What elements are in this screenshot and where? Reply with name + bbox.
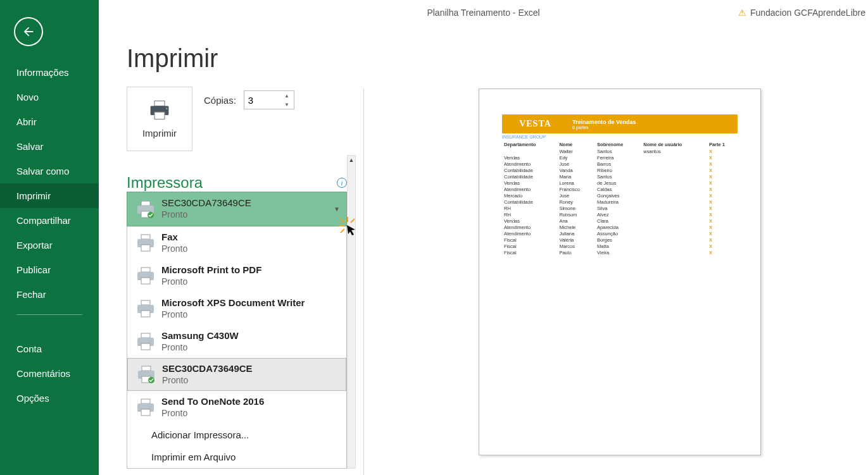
printer-status: Pronto [161,309,305,321]
back-button[interactable] [14,17,43,46]
printer-icon [132,266,159,285]
svg-line-11 [351,219,355,223]
svg-point-3 [166,108,167,109]
backstage-sidebar: InformaçõesNovoAbrirSalvarSalvar comoImp… [0,0,99,475]
printer-icon [132,398,159,417]
nav-imprimir[interactable]: Imprimir [0,183,99,208]
printer-status: Pronto [162,375,253,386]
printer-dropdown-list: FaxProntoMicrosoft Print to PDFProntoMic… [127,226,347,469]
svg-rect-22 [141,333,150,338]
preview-brand: VESTA [502,114,569,133]
svg-line-12 [341,229,344,233]
nav-salvar-como[interactable]: Salvar como [0,159,99,183]
svg-rect-31 [141,409,150,416]
arrow-left-icon [22,25,35,39]
svg-rect-24 [141,343,150,350]
nav-opções[interactable]: Opções [0,386,99,410]
printer-name: Send To OneNote 2016 [161,396,264,408]
printer-option[interactable]: FaxPronto [127,226,346,259]
svg-rect-4 [141,201,150,206]
svg-rect-15 [141,245,150,251]
page-title: Imprimir [127,44,356,73]
scroll-up-icon[interactable]: ▲ [348,156,355,164]
printer-icon [132,233,159,252]
selected-printer-status: Pronto [161,209,251,221]
printer-info-icon[interactable]: i [337,178,347,188]
svg-rect-21 [141,311,150,317]
svg-rect-19 [141,300,150,305]
printer-name: Fax [161,231,187,244]
title-bar: Planilha Treinamento - Excel ⚠ Fundacion… [99,0,868,25]
nav-novo[interactable]: Novo [0,85,99,109]
printer-menu-add[interactable]: Adicionar Impressora... [127,424,346,446]
printer-name: Samsung C430W [161,330,239,342]
printer-icon [147,100,172,120]
chevron-down-icon: ▼ [334,206,340,213]
printer-option[interactable]: Microsoft XPS Document WriterPronto [127,292,346,325]
nav-fechar[interactable]: Fechar [0,282,99,307]
svg-line-10 [341,219,344,223]
svg-rect-13 [141,235,150,239]
copies-input[interactable]: ▲ ▼ [244,90,294,109]
printer-section-title: Impressora [127,174,333,192]
printer-option[interactable]: Samsung C430WPronto [127,325,346,358]
svg-rect-0 [154,101,165,106]
svg-rect-29 [141,399,150,404]
printer-status: Pronto [161,408,264,419]
user-info[interactable]: ⚠ Fundacion GCFAprendeLibre [738,8,868,18]
printer-option[interactable]: Send To OneNote 2016Pronto [127,391,346,424]
copies-down[interactable]: ▼ [280,100,294,109]
selected-printer-name: SEC30CDA73649CE [161,197,251,209]
printer-dropdown-selected[interactable]: SEC30CDA73649CE Pronto ▼ [127,192,347,226]
sidebar-separator [16,314,82,315]
printer-status: Pronto [161,244,187,255]
svg-rect-25 [142,366,151,371]
nav-abrir[interactable]: Abrir [0,109,99,134]
preview-group: INSURANCE GROUP [502,135,738,139]
vertical-divider [363,89,364,475]
svg-rect-18 [141,278,150,284]
preview-table: DepartamentoNomeSobrenomeNome de usuário… [502,141,738,256]
print-button[interactable]: Imprimir [127,87,192,151]
printer-option[interactable]: SEC30CDA73649CEPronto [127,358,346,391]
printer-name: SEC30CDA73649CE [162,363,253,375]
nav-comentários[interactable]: Comentários [0,361,99,386]
settings-scrollbar[interactable]: ▲ [347,155,356,469]
printer-icon [132,332,159,351]
print-button-label: Imprimir [142,128,177,139]
printer-icon [132,200,159,219]
printer-name: Microsoft XPS Document Writer [161,297,305,309]
print-preview-page: VESTA Treinamento de Vendas 6 partes INS… [479,89,761,455]
printer-option[interactable]: Microsoft Print to PDFPronto [127,259,346,292]
printer-icon [133,365,160,384]
svg-rect-2 [154,112,165,119]
nav-publicar[interactable]: Publicar [0,257,99,282]
user-name: Fundacion GCFAprendeLibre [750,8,865,18]
cursor-spark-icon [337,216,358,236]
nav-compartilhar[interactable]: Compartilhar [0,208,99,233]
printer-status: Pronto [161,342,239,354]
printer-menu-file[interactable]: Imprimir em Arquivo [127,446,346,468]
preview-title: Treinamento de Vendas [572,119,734,125]
copies-up[interactable]: ▲ [280,91,294,100]
printer-status: Pronto [161,276,261,288]
svg-rect-16 [141,268,150,272]
nav-informações[interactable]: Informações [0,60,99,85]
nav-exportar[interactable]: Exportar [0,233,99,257]
printer-icon [132,299,159,318]
warning-icon: ⚠ [738,8,746,18]
preview-subtitle: 6 partes [572,125,734,130]
copies-label: Cópias: [204,95,236,106]
nav-salvar[interactable]: Salvar [0,134,99,159]
printer-name: Microsoft Print to PDF [161,264,261,276]
document-title: Planilha Treinamento - Excel [427,8,539,18]
copies-field[interactable] [244,95,280,106]
nav-conta[interactable]: Conta [0,336,99,361]
